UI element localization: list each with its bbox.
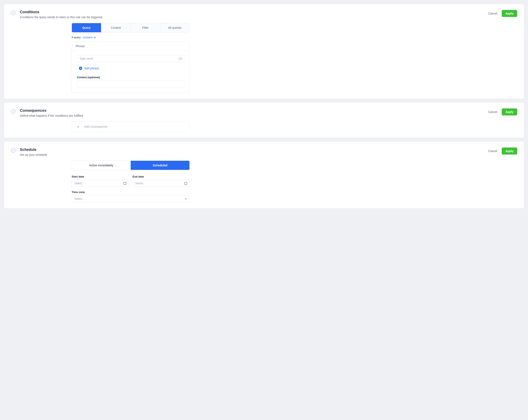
end-date-input[interactable]: Select xyxy=(132,180,190,187)
add-phrase-button[interactable]: + Add phrase xyxy=(77,67,184,70)
consequences-header: Consequences Define what happens if the … xyxy=(11,108,517,117)
check-circle-icon xyxy=(11,109,16,114)
plus-icon: ＋ xyxy=(76,125,80,129)
end-date-placeholder: Select xyxy=(135,182,143,185)
context-label: Context (optional) xyxy=(77,76,184,79)
end-date-label: End date xyxy=(132,175,190,178)
tab-all-queries[interactable]: All queries xyxy=(160,23,190,32)
if-query-row: If query contains xyxy=(72,36,190,39)
if-query-label: If query xyxy=(72,36,81,39)
chevron-down-icon xyxy=(185,198,187,200)
consequences-card: Consequences Define what happens if the … xyxy=(4,103,524,138)
add-consequence-button[interactable]: ＋ Add consequence xyxy=(72,121,190,132)
calendar-icon xyxy=(184,182,187,185)
check-circle-icon xyxy=(11,10,16,15)
calendar-icon xyxy=(123,182,127,185)
consequences-title: Consequences xyxy=(20,108,484,113)
schedule-card: Schedule Set up your schedule Cancel App… xyxy=(4,142,524,208)
tab-filter[interactable]: Filter xyxy=(131,23,160,32)
schedule-header: Schedule Set up your schedule Cancel App… xyxy=(11,148,517,156)
conditions-description: Conditions the query needs to meet so th… xyxy=(20,15,484,19)
tab-query[interactable]: Query xyxy=(72,23,101,32)
chevron-down-icon xyxy=(94,36,96,38)
add-phrase-label: Add phrase xyxy=(84,67,99,70)
start-date-placeholder: Select xyxy=(74,182,83,185)
apply-button[interactable]: Apply xyxy=(502,148,517,154)
schedule-title: Schedule xyxy=(20,148,484,152)
cancel-button[interactable]: Cancel xyxy=(488,109,498,114)
start-date-input[interactable]: Select xyxy=(72,180,129,187)
schedule-description: Set up your schedule xyxy=(20,153,484,156)
query-operator-value: contains xyxy=(83,36,93,39)
query-operator-select[interactable]: contains xyxy=(83,36,96,39)
consequences-description: Define what happens if the conditions ar… xyxy=(20,114,484,117)
apply-button[interactable]: Apply xyxy=(502,108,517,116)
cancel-button[interactable]: Cancel xyxy=(488,11,498,16)
add-consequence-label: Add consequence xyxy=(84,125,108,128)
timezone-label: Time zone xyxy=(72,191,190,194)
tab-context[interactable]: Context xyxy=(101,23,131,32)
phrase-panel-title: Phrase xyxy=(72,42,190,51)
schedule-tabs: Active immediately Scheduled xyxy=(72,161,190,170)
tab-active-immediately[interactable]: Active immediately xyxy=(72,161,131,170)
svg-rect-4 xyxy=(184,182,187,185)
cancel-button[interactable]: Cancel xyxy=(488,149,498,153)
plus-circle-icon: + xyxy=(79,67,82,70)
conditions-header: Conditions Conditions the query needs to… xyxy=(11,10,517,19)
context-input[interactable] xyxy=(77,81,184,88)
start-date-label: Start date xyxy=(72,175,129,178)
conditions-title: Conditions xyxy=(20,10,484,14)
timezone-select[interactable]: Select xyxy=(72,195,190,202)
conditions-tabs: Query Context Filter All queries xyxy=(72,23,190,33)
phrase-word-input[interactable] xyxy=(77,55,184,62)
tab-scheduled[interactable]: Scheduled xyxy=(131,161,190,170)
conditions-card: Conditions Conditions the query needs to… xyxy=(4,4,524,98)
timezone-placeholder: Select xyxy=(74,197,83,200)
apply-button[interactable]: Apply xyxy=(502,10,517,17)
svg-rect-3 xyxy=(124,182,126,185)
phrase-panel: Phrase {x} + Add phrase Context (optiona… xyxy=(72,41,190,93)
check-circle-icon xyxy=(11,148,16,153)
